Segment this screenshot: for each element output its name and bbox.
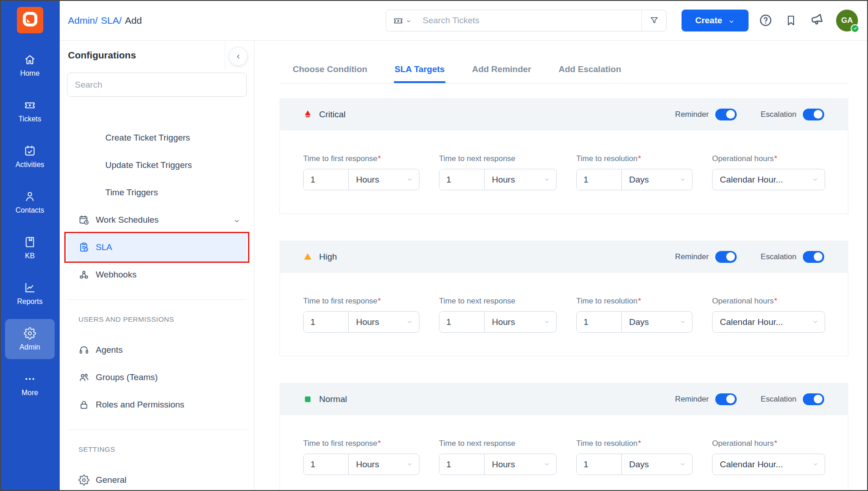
headset-icon: [78, 345, 89, 355]
operational-hours-select[interactable]: Calendar Hour...: [712, 169, 825, 190]
collapse-panel-button[interactable]: [229, 47, 248, 66]
config-item-agents[interactable]: Agents: [67, 336, 247, 364]
config-item-groups-teams[interactable]: Groups (Teams): [67, 364, 247, 391]
duration-field: Hours: [303, 454, 419, 475]
field-group-time-to-resolution: Time to resolution*Days: [576, 439, 692, 475]
duration-input[interactable]: [577, 312, 621, 332]
config-item-work-schedules[interactable]: Work Schedules: [67, 206, 247, 234]
config-item-label: Agents: [96, 345, 123, 355]
breadcrumb-link-admin[interactable]: Admin/: [68, 15, 98, 26]
unit-select[interactable]: Hours: [485, 454, 556, 475]
field-label: Time to first response*: [303, 297, 419, 306]
config-panel-title: Configurations: [68, 50, 136, 61]
escalation-toggle[interactable]: [803, 393, 824, 405]
required-asterisk: *: [638, 297, 641, 305]
sidebar-item-tickets[interactable]: Tickets: [5, 91, 55, 131]
reminder-toggle[interactable]: [715, 251, 737, 263]
duration-input[interactable]: [304, 454, 348, 475]
duration-input[interactable]: [577, 454, 621, 475]
operational-hours-select[interactable]: Calendar Hour...: [712, 454, 825, 475]
config-item-label: Time Triggers: [105, 188, 158, 198]
sidebar-item-more[interactable]: More: [5, 365, 55, 405]
duration-input[interactable]: [304, 312, 348, 332]
high-priority-icon: [303, 252, 312, 261]
duration-input[interactable]: [439, 169, 484, 190]
chevron-down-thin-icon: [406, 461, 413, 468]
operational-hours-select[interactable]: Calendar Hour...: [712, 311, 825, 333]
config-search-input[interactable]: [74, 79, 240, 90]
config-item-sla[interactable]: SLA: [67, 234, 247, 261]
unit-select[interactable]: Days: [622, 454, 692, 475]
duration-input[interactable]: [439, 454, 484, 475]
user-avatar[interactable]: GA: [836, 10, 858, 31]
config-item-webhooks[interactable]: Webhooks: [67, 261, 247, 288]
unit-select[interactable]: Days: [622, 312, 692, 332]
ticket-icon: [393, 16, 403, 26]
required-asterisk: *: [774, 154, 777, 163]
required-asterisk: *: [638, 439, 641, 448]
tab-add-escalation[interactable]: Add Escalation: [558, 64, 622, 83]
config-item-general[interactable]: General: [67, 466, 247, 491]
duration-field: Hours: [439, 169, 557, 190]
config-item-update-ticket-triggers[interactable]: Update Ticket Triggers: [67, 151, 247, 179]
field-group-time-to-first-response: Time to first response*Hours: [303, 439, 419, 475]
config-item-roles-and-permissions[interactable]: Roles and Permissions: [67, 391, 247, 418]
duration-input[interactable]: [439, 312, 484, 332]
filter-button[interactable]: [642, 10, 666, 31]
topbar: Admin/ SLA/ Add Create GA: [60, 0, 868, 41]
priority-label: Critical: [319, 110, 346, 120]
search-scope-dropdown[interactable]: [386, 16, 416, 26]
chevron-down-thin-icon: [812, 319, 819, 325]
sla-card-body: Time to first response*HoursTime to next…: [279, 273, 848, 356]
unit-select[interactable]: Hours: [349, 454, 419, 475]
tab-add-reminder[interactable]: Add Reminder: [471, 64, 532, 83]
config-item-create-ticket-triggers[interactable]: Create Ticket Triggers: [67, 124, 247, 151]
unit-select[interactable]: Hours: [485, 312, 556, 332]
duration-field: Hours: [439, 311, 557, 333]
sidebar-item-admin[interactable]: Admin: [5, 319, 55, 359]
sidebar-item-reports[interactable]: Reports: [5, 273, 55, 313]
escalation-toggle[interactable]: [803, 251, 824, 263]
tab-sla-targets[interactable]: SLA Targets: [394, 64, 446, 83]
config-list: Create Ticket TriggersUpdate Ticket Trig…: [60, 97, 254, 491]
unit-select[interactable]: Hours: [349, 169, 419, 190]
reminder-label: Reminder: [675, 252, 709, 261]
sla-card-high: HighReminderEscalationTime to first resp…: [279, 240, 848, 356]
sidebar-item-home[interactable]: Home: [5, 45, 55, 85]
unit-select[interactable]: Days: [622, 169, 692, 190]
sidebar-item-activities[interactable]: Activities: [5, 136, 55, 177]
reminder-label: Reminder: [675, 110, 709, 119]
field-label: Time to next response: [439, 154, 557, 163]
field-label: Time to next response: [439, 297, 557, 306]
config-item-label: Groups (Teams): [96, 372, 158, 382]
search-input[interactable]: [416, 15, 641, 26]
announcements-button[interactable]: [809, 13, 824, 28]
escalation-label: Escalation: [761, 395, 796, 404]
config-item-time-triggers[interactable]: Time Triggers: [67, 179, 247, 206]
field-group-time-to-first-response: Time to first response*Hours: [303, 297, 419, 333]
unit-select[interactable]: Hours: [349, 312, 419, 332]
tab-choose-condition[interactable]: Choose Condition: [292, 64, 368, 83]
breadcrumb-link-sla[interactable]: SLA/: [101, 15, 122, 26]
create-button[interactable]: Create: [682, 10, 749, 31]
help-button[interactable]: [759, 13, 773, 27]
reminder-toggle[interactable]: [715, 393, 737, 405]
help-icon: [759, 13, 773, 27]
person-icon: [24, 190, 36, 203]
reminder-toggle[interactable]: [715, 109, 737, 120]
required-asterisk: *: [378, 297, 381, 305]
unit-select[interactable]: Hours: [485, 169, 556, 190]
escalation-toggle[interactable]: [803, 109, 824, 120]
field-group-time-to-resolution: Time to resolution*Days: [576, 297, 692, 333]
bookmark-button[interactable]: [785, 14, 797, 27]
brand-icon: [22, 11, 38, 29]
lock-icon: [78, 399, 89, 410]
field-group-time-to-next-response: Time to next responseHours: [439, 154, 557, 190]
duration-input[interactable]: [577, 169, 621, 190]
app-logo[interactable]: [17, 7, 43, 33]
sidebar-item-label: Home: [20, 69, 40, 78]
sidebar-item-contacts[interactable]: Contacts: [5, 182, 55, 222]
sidebar-item-kb[interactable]: KB: [5, 228, 55, 268]
duration-input[interactable]: [304, 169, 348, 190]
sla-card-normal: NormalReminderEscalationTime to first re…: [279, 383, 848, 491]
